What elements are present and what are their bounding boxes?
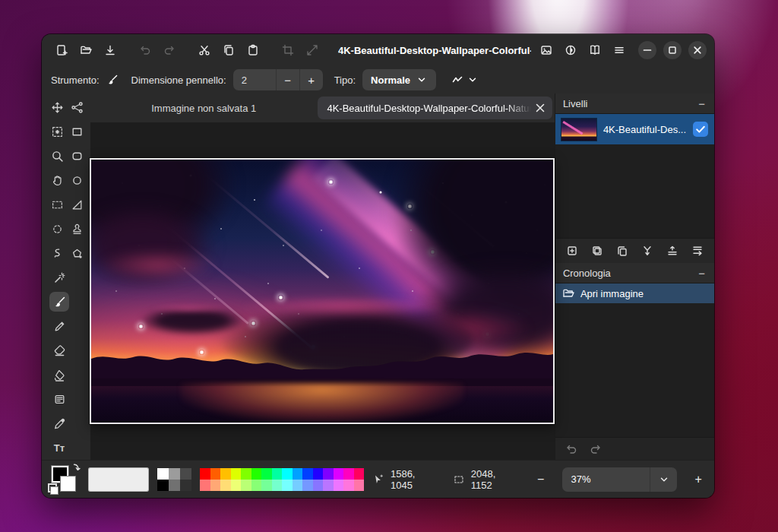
duplicate-layer-button[interactable] [587,241,607,261]
minimize-button[interactable] [638,41,656,59]
color-swatch[interactable] [241,480,251,491]
color-swatch[interactable] [282,468,293,480]
current-color-button[interactable] [88,467,149,492]
tab-wallpaper-image[interactable]: 4K-Beautiful-Desktop-Wallpaper-Colorful-… [318,97,552,119]
tool-arc-button[interactable] [69,195,84,214]
tool-text-button[interactable]: Tᴛ [49,438,69,458]
color-swatch[interactable] [200,468,210,480]
undo-icon[interactable] [565,443,577,455]
color-swatch[interactable] [210,480,221,491]
color-swatch[interactable] [313,480,324,491]
swap-colors-icon[interactable] [68,463,81,475]
copy-button[interactable] [217,39,241,62]
cut-button[interactable] [192,39,217,62]
color-swatch[interactable] [302,480,313,491]
pages-button[interactable] [583,39,607,62]
tool-rect-select-button[interactable] [49,195,65,214]
copy-layer-button[interactable] [612,241,632,261]
layers-collapse-button[interactable]: − [697,98,707,109]
color-swap-widget[interactable] [48,464,80,496]
color-swatch[interactable] [231,468,242,480]
color-swatch[interactable] [334,480,344,491]
raise-layer-button[interactable] [663,241,682,261]
line-shape-button[interactable] [446,69,484,90]
color-swatch[interactable] [241,468,251,480]
color-swatch[interactable] [251,468,262,480]
color-swatch[interactable] [293,480,303,491]
redo-icon[interactable] [590,443,602,455]
gray-swatch[interactable] [169,468,180,480]
color-swatch[interactable] [293,468,303,480]
current-tool-brush-icon[interactable] [106,74,119,86]
gray-swatch[interactable] [157,468,169,480]
zoom-in-button[interactable]: + [690,470,707,489]
canvas-image[interactable] [91,160,553,423]
color-swatch[interactable] [261,480,272,491]
tool-brush-button[interactable] [49,292,69,312]
new-image-button[interactable] [49,39,74,62]
color-swatch[interactable] [200,480,210,491]
tool-polygon-button[interactable] [69,243,84,263]
gray-swatch[interactable] [180,468,191,480]
color-swatch[interactable] [354,480,365,491]
maximize-button[interactable] [663,41,682,59]
open-button[interactable] [74,39,98,62]
color-swatch[interactable] [343,468,354,480]
color-swatch[interactable] [220,468,231,480]
merge-layers-button[interactable] [637,241,657,261]
gray-swatch[interactable] [180,480,191,491]
zoom-level-dropdown[interactable]: 37% [562,467,678,492]
tool-transform-select-button[interactable] [49,122,65,141]
add-layer-button[interactable] [562,241,582,261]
tab-unsaved-image[interactable]: Immagine non salvata 1 [93,97,315,119]
color-swatch[interactable] [261,468,272,480]
brush-type-dropdown[interactable]: Normale [362,69,436,90]
history-item-open-image[interactable]: Apri immagine [555,283,714,303]
tool-free-select-button[interactable] [49,243,65,263]
color-swatch[interactable] [251,480,262,491]
tool-zoom-button[interactable] [49,146,65,166]
tool-circle-button[interactable] [69,170,84,190]
color-swatch[interactable] [220,480,231,491]
save-button[interactable] [98,39,122,62]
layer-visibility-checkbox[interactable] [693,122,708,137]
color-swatch[interactable] [302,468,313,480]
gray-swatch[interactable] [169,480,180,491]
adjust-button[interactable] [558,39,583,62]
tool-ellipse-select-button[interactable] [49,219,65,239]
color-swatch[interactable] [354,468,365,480]
tool-rectangle-button[interactable] [69,122,84,141]
color-swatch[interactable] [334,468,344,480]
paste-button[interactable] [241,39,265,62]
history-collapse-button[interactable]: − [697,268,707,279]
tool-magic-wand-button[interactable] [49,268,69,287]
color-swatch[interactable] [323,480,334,491]
image-button[interactable] [534,39,558,62]
tool-color-picker-button[interactable] [49,413,69,433]
color-swatch[interactable] [323,468,334,480]
tool-rounded-rectangle-button[interactable] [69,146,84,166]
tool-pan-button[interactable] [49,170,65,190]
brush-size-decrease-button[interactable]: − [276,69,299,90]
color-swatch[interactable] [272,480,283,491]
color-swatch[interactable] [343,480,354,491]
tool-eraser-button[interactable] [49,340,69,360]
tool-fill-button[interactable] [49,365,69,385]
layer-row[interactable]: 4K-Beautiful-Des... [555,114,714,144]
color-swatch[interactable] [282,480,293,491]
lower-layer-button[interactable] [688,241,707,261]
tab-close-button[interactable] [531,99,549,117]
zoom-chevron[interactable] [650,467,677,492]
color-swatch[interactable] [272,468,283,480]
color-swatch[interactable] [231,480,242,491]
color-swatch[interactable] [313,468,324,480]
background-color-swatch[interactable] [61,477,75,491]
menu-button[interactable] [607,39,631,62]
close-button[interactable] [688,41,707,59]
tool-node-editor-button[interactable] [69,97,84,117]
tool-pattern-button[interactable] [49,389,69,409]
color-swatch[interactable] [210,468,221,480]
brush-size-increase-button[interactable]: + [299,69,323,90]
tool-move-button[interactable] [49,97,65,117]
tool-pencil-button[interactable] [49,316,69,336]
